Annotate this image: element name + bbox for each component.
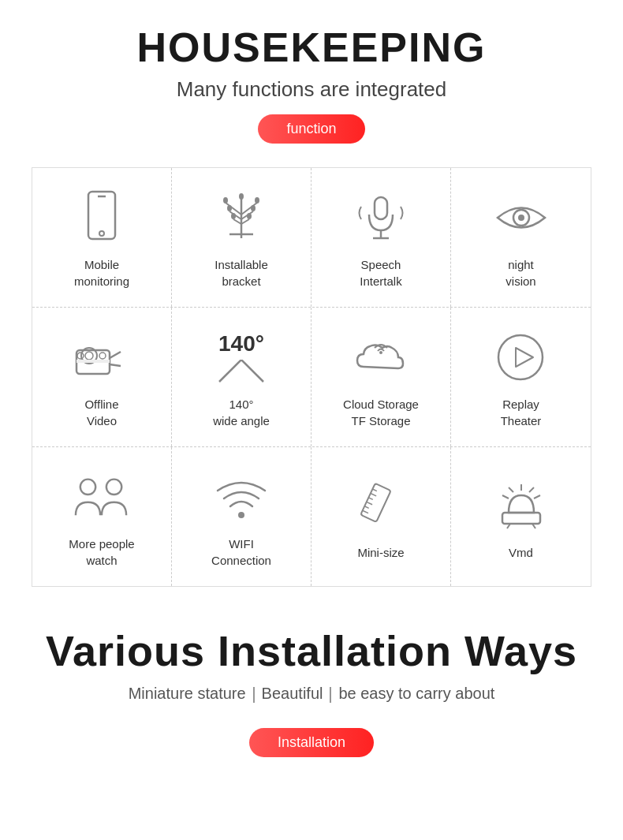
cell-wifi: WIFIConnection bbox=[172, 447, 312, 586]
svg-line-28 bbox=[110, 352, 121, 358]
speech-icon bbox=[353, 190, 408, 245]
installation-subtitle: Miniature stature｜Beautiful｜be easy to c… bbox=[0, 683, 623, 704]
cell-replay-label: ReplayTheater bbox=[501, 396, 542, 429]
replay-icon bbox=[494, 330, 549, 385]
cell-bracket: Installablebracket bbox=[172, 168, 312, 307]
svg-line-48 bbox=[529, 487, 534, 492]
angle-text: 140° bbox=[218, 331, 264, 357]
cloud-icon bbox=[353, 330, 408, 385]
cell-more-people: More peoplewatch bbox=[32, 447, 172, 586]
svg-point-38 bbox=[238, 512, 244, 518]
video-icon bbox=[74, 330, 129, 385]
cell-wide-angle: 140° 140°wide angle bbox=[172, 308, 312, 446]
svg-rect-39 bbox=[360, 483, 391, 522]
svg-rect-46 bbox=[502, 513, 540, 524]
svg-line-42 bbox=[366, 502, 371, 504]
svg-point-15 bbox=[231, 213, 236, 219]
svg-line-9 bbox=[233, 219, 241, 224]
cell-wifi-label: WIFIConnection bbox=[211, 536, 271, 569]
svg-rect-30 bbox=[76, 360, 110, 363]
cell-night-label: nightvision bbox=[505, 256, 535, 289]
svg-point-13 bbox=[227, 205, 232, 211]
svg-point-11 bbox=[223, 197, 228, 203]
svg-point-2 bbox=[99, 231, 104, 236]
eye-icon bbox=[494, 190, 549, 245]
ruler-icon bbox=[353, 478, 408, 533]
cell-speech: SpeechIntertalk bbox=[312, 168, 451, 307]
svg-line-44 bbox=[370, 493, 375, 495]
grid-row-2: OfflineVideo 140° 140°wide angle bbox=[32, 308, 591, 447]
bottom-section: Various Installation Ways Miniature stat… bbox=[0, 626, 623, 789]
mobile-icon bbox=[74, 190, 129, 245]
svg-point-33 bbox=[379, 351, 382, 354]
svg-point-34 bbox=[498, 335, 543, 379]
cell-cloud-label: Cloud StorageTF Storage bbox=[343, 396, 419, 429]
grid-row-3: More peoplewatch WIFIConnection bbox=[32, 447, 591, 586]
cell-vmd-label: Vmd bbox=[509, 544, 533, 561]
cell-video-label: OfflineVideo bbox=[84, 396, 118, 429]
people-icon bbox=[74, 469, 129, 525]
svg-marker-35 bbox=[516, 348, 533, 367]
cell-cloud-storage: Cloud StorageTF Storage bbox=[312, 308, 451, 446]
bracket-icon bbox=[214, 190, 269, 245]
cell-mobile-monitoring: Mobilemonitoring bbox=[32, 168, 172, 307]
svg-point-12 bbox=[255, 197, 259, 203]
svg-point-16 bbox=[247, 213, 252, 219]
svg-point-27 bbox=[99, 353, 106, 359]
cell-offline-video: OfflineVideo bbox=[32, 308, 172, 446]
installation-badge: Installation bbox=[249, 728, 374, 757]
cell-ruler-label: Mini-size bbox=[357, 544, 404, 561]
installation-title: Various Installation Ways bbox=[0, 626, 623, 675]
cell-mobile-label: Mobilemonitoring bbox=[74, 256, 129, 289]
svg-rect-18 bbox=[375, 197, 387, 219]
svg-line-31 bbox=[219, 360, 241, 382]
svg-line-29 bbox=[110, 364, 121, 366]
function-badge: function bbox=[258, 114, 364, 144]
svg-point-14 bbox=[251, 205, 256, 211]
cell-replay-theater: ReplayTheater bbox=[451, 308, 591, 446]
svg-line-50 bbox=[534, 495, 540, 498]
cell-people-label: More peoplewatch bbox=[69, 536, 134, 569]
alarm-icon bbox=[494, 478, 549, 533]
svg-line-40 bbox=[362, 510, 367, 513]
cell-mini-size: Mini-size bbox=[312, 447, 451, 586]
cell-angle-label: 140°wide angle bbox=[213, 396, 270, 429]
svg-point-36 bbox=[80, 480, 95, 495]
grid-row-1: Mobilemonitoring bbox=[32, 168, 591, 308]
cell-vmd: Vmd bbox=[451, 447, 591, 586]
page-subtitle: Many functions are integrated bbox=[0, 77, 623, 102]
wifi-icon bbox=[214, 469, 269, 525]
svg-line-51 bbox=[502, 495, 509, 498]
cell-night-vision: nightvision bbox=[451, 168, 591, 307]
svg-point-17 bbox=[239, 193, 244, 200]
cell-speech-label: SpeechIntertalk bbox=[360, 256, 401, 289]
svg-point-37 bbox=[106, 480, 121, 495]
svg-point-25 bbox=[85, 352, 93, 360]
features-grid: Mobilemonitoring bbox=[32, 167, 591, 587]
svg-point-22 bbox=[518, 215, 524, 221]
cell-bracket-label: Installablebracket bbox=[215, 256, 268, 289]
svg-line-10 bbox=[241, 219, 249, 224]
angle-icon: 140° bbox=[214, 330, 269, 385]
svg-line-49 bbox=[509, 487, 513, 492]
page-main-title: HOUSEKEEPING bbox=[0, 0, 623, 71]
svg-line-32 bbox=[241, 360, 263, 382]
